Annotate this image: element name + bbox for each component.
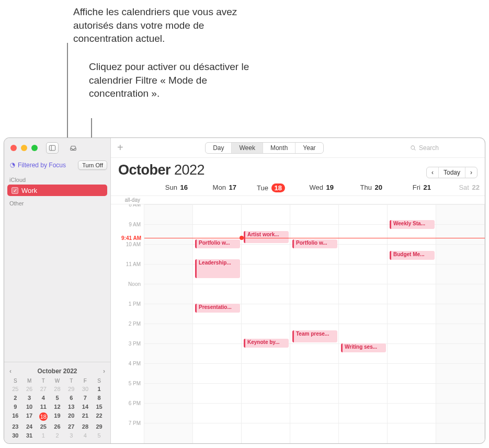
mini-day[interactable]: 4: [78, 432, 93, 439]
mini-day[interactable]: 2: [8, 394, 22, 401]
mini-day[interactable]: 9: [8, 403, 22, 410]
mini-day[interactable]: 3: [22, 394, 37, 401]
mini-calendar-title: October 2022: [37, 367, 77, 375]
hour-label: 6 PM: [129, 400, 141, 406]
calendar-event[interactable]: Leadership...: [195, 259, 240, 278]
inbox-button[interactable]: [67, 142, 79, 154]
mini-day[interactable]: 28: [78, 423, 93, 430]
hour-label: 10 AM: [126, 242, 141, 247]
filtered-by-focus-label: Filtered by Focus: [9, 162, 75, 169]
mini-day[interactable]: 8: [92, 394, 106, 401]
calendar-event[interactable]: Budget Me...: [390, 251, 435, 260]
mini-day[interactable]: 27: [36, 385, 50, 393]
search-field[interactable]: Search: [405, 142, 479, 154]
day-column[interactable]: [144, 204, 193, 443]
calendar-event[interactable]: Weekly Sta...: [390, 220, 435, 229]
mini-calendar: ‹ October 2022 › SMTWTFS2526272829301234…: [4, 362, 110, 443]
view-month[interactable]: Month: [263, 143, 295, 153]
mini-day[interactable]: 5: [50, 394, 64, 401]
calendar-event[interactable]: Team prese...: [292, 330, 337, 342]
calendar-checkbox[interactable]: [12, 187, 18, 194]
mini-day[interactable]: 14: [78, 403, 93, 410]
calendar-event[interactable]: Presentatio...: [195, 304, 240, 313]
day-column[interactable]: Portfolio w...Leadership...Presentatio..…: [193, 204, 242, 443]
view-year[interactable]: Year: [295, 143, 323, 153]
calendar-event[interactable]: Artist work...: [244, 231, 289, 243]
mini-prev-month[interactable]: ‹: [9, 367, 12, 375]
mini-day[interactable]: 29: [64, 385, 78, 393]
mini-day[interactable]: 20: [64, 412, 78, 421]
all-day-label: all-day: [111, 197, 144, 203]
month-name: October: [118, 162, 170, 178]
day-header[interactable]: Wed 19: [290, 183, 339, 192]
mini-next-month[interactable]: ›: [103, 367, 105, 375]
calendar-name: Work: [21, 187, 37, 194]
week-grid[interactable]: 8 AM9 AM10 AM11 AMNoon1 PM2 PM3 PM4 PM5 …: [111, 204, 485, 443]
mini-day[interactable]: 2: [50, 432, 64, 439]
mini-day[interactable]: 30: [8, 432, 22, 439]
day-header[interactable]: Sun 16: [144, 183, 193, 192]
day-header[interactable]: Sat 22: [436, 183, 485, 192]
mini-day[interactable]: 28: [50, 385, 64, 393]
day-column[interactable]: Artist work...Keynote by...: [242, 204, 290, 443]
mini-day[interactable]: 30: [78, 385, 93, 393]
mini-day[interactable]: 25: [8, 385, 22, 393]
hour-label: 3 PM: [129, 341, 141, 347]
mini-day[interactable]: 25: [36, 423, 50, 430]
mini-day[interactable]: 27: [64, 423, 78, 430]
next-week-button[interactable]: ›: [465, 167, 477, 178]
view-week[interactable]: Week: [232, 143, 263, 153]
day-header[interactable]: Mon 17: [193, 183, 242, 192]
calendar-event[interactable]: Portfolio w...: [292, 239, 337, 248]
day-column[interactable]: Writing ses...: [339, 204, 388, 443]
mini-day[interactable]: 24: [22, 423, 37, 430]
day-header[interactable]: Tue 18: [242, 183, 290, 192]
hour-label: 1 PM: [129, 301, 141, 307]
mini-day[interactable]: 21: [78, 412, 93, 421]
mini-day[interactable]: 12: [50, 403, 64, 410]
today-button[interactable]: Today: [439, 167, 465, 178]
mini-day[interactable]: 31: [22, 432, 37, 439]
hour-label: 8 AM: [129, 204, 141, 208]
mini-day[interactable]: 16: [8, 412, 22, 421]
mini-day[interactable]: 17: [22, 412, 37, 421]
mini-day[interactable]: 5: [92, 432, 106, 439]
mini-day[interactable]: 18: [36, 412, 50, 421]
calendar-event[interactable]: Writing ses...: [341, 343, 386, 352]
day-column[interactable]: [436, 204, 485, 443]
sidebar-toggle-button[interactable]: [46, 142, 59, 154]
year: 2022: [174, 162, 204, 178]
maximize-button[interactable]: [31, 145, 38, 151]
view-day[interactable]: Day: [206, 143, 232, 153]
calendar-event[interactable]: Keynote by...: [244, 339, 289, 348]
close-button[interactable]: [10, 145, 17, 151]
calendar-event[interactable]: Portfolio w...: [195, 239, 240, 248]
minimize-button[interactable]: [21, 145, 27, 151]
mini-day[interactable]: 26: [50, 423, 64, 430]
mini-day[interactable]: 6: [64, 394, 78, 401]
mini-day[interactable]: 29: [92, 423, 106, 430]
mini-day[interactable]: 26: [22, 385, 37, 393]
mini-day[interactable]: 22: [92, 412, 106, 421]
mini-day[interactable]: 13: [64, 403, 78, 410]
day-column[interactable]: Portfolio w...Team prese...: [290, 204, 339, 443]
day-column[interactable]: Weekly Sta...Budget Me...: [388, 204, 436, 443]
prev-week-button[interactable]: ‹: [427, 167, 439, 178]
turn-off-focus-filter-button[interactable]: Turn Off: [78, 160, 107, 170]
mini-day[interactable]: 23: [8, 423, 22, 430]
mini-day[interactable]: 11: [36, 403, 50, 410]
sidebar-calendar-work[interactable]: Work: [7, 185, 107, 196]
day-header[interactable]: Fri 21: [388, 183, 436, 192]
mini-day[interactable]: 1: [36, 432, 50, 439]
mini-day[interactable]: 7: [78, 394, 93, 401]
mini-day[interactable]: 19: [50, 412, 64, 421]
view-switcher: Day Week Month Year: [205, 142, 323, 154]
sidebar: Filtered by Focus Turn Off iCloud Work O…: [4, 138, 111, 443]
mini-day[interactable]: 15: [92, 403, 106, 410]
add-event-button[interactable]: +: [117, 142, 123, 154]
mini-day[interactable]: 3: [64, 432, 78, 439]
day-header[interactable]: Thu 20: [339, 183, 388, 192]
mini-day[interactable]: 1: [92, 385, 106, 393]
mini-day[interactable]: 4: [36, 394, 50, 401]
mini-day[interactable]: 10: [22, 403, 37, 410]
